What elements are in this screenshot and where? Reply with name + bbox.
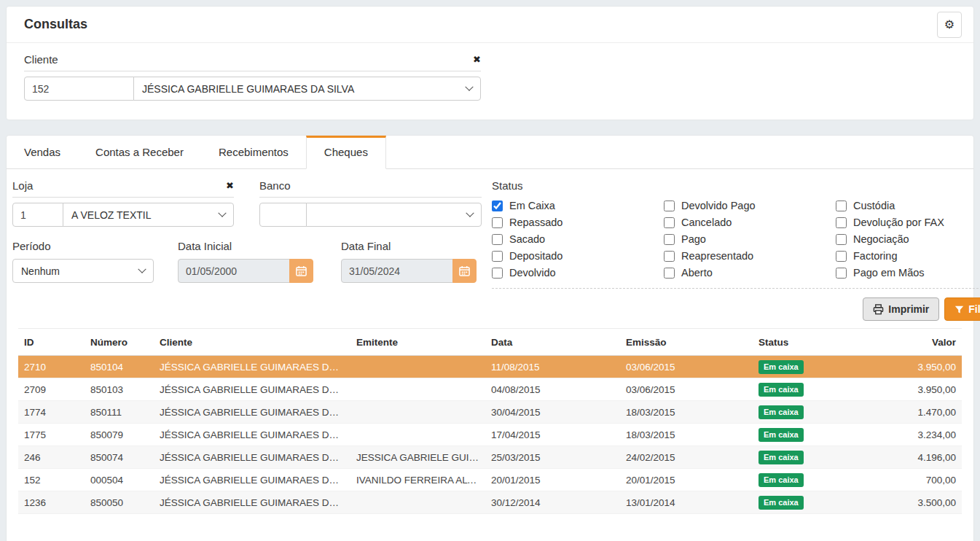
status-checkbox-item[interactable]: Sacado — [492, 233, 664, 245]
cell-id: 1774 — [18, 401, 85, 424]
status-checkbox[interactable] — [492, 234, 503, 245]
cell-status: Em caixa — [753, 401, 850, 424]
banco-code-input[interactable] — [259, 203, 307, 227]
cell-emissao: 03/06/2015 — [620, 356, 753, 378]
column-header-cliente: Cliente — [154, 329, 350, 356]
cell-valor: 3.500,00 — [850, 491, 962, 514]
cell-valor: 3.950,00 — [850, 378, 962, 401]
cliente-name-select[interactable]: JÉSSICA GABRIELLE GUIMARAES DA SILVA — [133, 77, 481, 101]
status-divider — [492, 288, 980, 289]
cell-data: 04/08/2015 — [485, 378, 620, 401]
settings-button[interactable]: ⚙ — [937, 12, 962, 38]
data-inicial-calendar-button[interactable] — [289, 259, 313, 283]
status-checkbox-item[interactable]: Pago — [664, 233, 836, 245]
status-checkbox-item[interactable]: Devolvido — [492, 267, 664, 279]
filter-row-2: Período Nenhum Data Inicial — [12, 240, 482, 283]
status-checkbox[interactable] — [836, 217, 847, 228]
cell-emitente — [350, 491, 485, 514]
status-checkbox-item[interactable]: Depositado — [492, 250, 664, 262]
status-checkbox[interactable] — [836, 234, 847, 245]
status-checkbox[interactable] — [836, 268, 847, 279]
panel-body: Cliente ✖ JÉSSICA GABRIELLE GUIMARAES DA… — [7, 43, 973, 120]
status-checkbox-item[interactable]: Negociação — [836, 233, 980, 245]
status-column: Em Caixa Repassado Sacado Depositado Dev… — [492, 200, 664, 279]
status-checkbox-label: Sacado — [509, 233, 545, 245]
cell-emitente: JESSICA GABRIELE GUIMARA... — [350, 446, 485, 469]
cliente-clear-icon[interactable]: ✖ — [473, 55, 481, 64]
table-row[interactable]: 1236 850050 JÉSSICA GABRIELLE GUIMARAES … — [18, 491, 962, 514]
table-row[interactable]: 2710 850104 JÉSSICA GABRIELLE GUIMARAES … — [18, 356, 962, 378]
status-checkbox-label: Reapresentado — [681, 250, 753, 262]
cell-id: 2709 — [18, 378, 85, 401]
imprimir-button[interactable]: Imprimir — [863, 297, 939, 321]
page-title: Consultas — [24, 17, 87, 32]
data-final-input[interactable] — [341, 259, 453, 283]
periodo-label: Período — [12, 240, 154, 252]
status-checkbox[interactable] — [836, 201, 847, 211]
cell-valor: 700,00 — [850, 469, 962, 491]
column-header-emissão: Emissão — [620, 329, 753, 356]
filter-area: Loja ✖ A VELOZ TEXTIL — [12, 179, 968, 321]
tab-vendas[interactable]: Vendas — [7, 136, 78, 169]
cliente-code-input[interactable] — [24, 77, 134, 101]
table-row[interactable]: 246 850074 JÉSSICA GABRIELLE GUIMARAES D… — [18, 446, 962, 469]
cell-cliente: JÉSSICA GABRIELLE GUIMARAES DA SILVA — [154, 356, 350, 378]
table-row[interactable]: 152 000504 JÉSSICA GABRIELLE GUIMARAES D… — [18, 469, 962, 491]
status-checkbox-label: Pago em Mãos — [853, 267, 925, 279]
status-checkbox-item[interactable]: Em Caixa — [492, 200, 664, 211]
status-badge: Em caixa — [758, 451, 804, 464]
data-inicial-input[interactable] — [178, 259, 290, 283]
tab-cheques[interactable]: Cheques — [306, 136, 386, 169]
status-checkbox-item[interactable]: Reapresentado — [664, 250, 836, 262]
table-row[interactable]: 1775 850079 JÉSSICA GABRIELLE GUIMARAES … — [18, 424, 962, 446]
tab-recebimentos[interactable]: Recebimentos — [201, 136, 306, 169]
status-checkbox[interactable] — [664, 201, 675, 211]
status-checkbox[interactable] — [492, 268, 503, 279]
loja-clear-icon[interactable]: ✖ — [226, 181, 234, 190]
status-checkbox-item[interactable]: Cancelado — [664, 217, 836, 228]
status-checkbox-label: Devolvido — [509, 267, 556, 279]
status-checkbox[interactable] — [664, 251, 675, 262]
cell-id: 2710 — [18, 356, 85, 378]
status-checkbox-item[interactable]: Pago em Mãos — [836, 267, 980, 279]
status-checkbox-item[interactable]: Devolvido Pago — [664, 200, 836, 211]
loja-code-input[interactable] — [12, 203, 63, 227]
status-checkbox[interactable] — [664, 234, 675, 245]
cell-emissao: 03/06/2015 — [620, 378, 753, 401]
cell-valor: 1.470,00 — [850, 401, 962, 424]
table-row[interactable]: 1774 850111 JÉSSICA GABRIELLE GUIMARAES … — [18, 401, 962, 424]
status-checkbox[interactable] — [492, 217, 503, 228]
cell-emitente — [350, 424, 485, 446]
tab-label: Contas a Receber — [95, 146, 184, 158]
tab-contas-a-receber[interactable]: Contas a Receber — [78, 136, 201, 169]
tab-bar: VendasContas a ReceberRecebimentosCheque… — [7, 136, 973, 169]
status-checkbox-item[interactable]: Custódia — [836, 200, 980, 211]
status-checkbox[interactable] — [492, 251, 503, 262]
cell-id: 246 — [18, 446, 85, 469]
cliente-label: Cliente — [24, 53, 58, 66]
data-final-field-group: Data Final — [341, 240, 477, 283]
periodo-select[interactable]: Nenhum — [12, 259, 154, 283]
status-checkbox[interactable] — [664, 268, 675, 279]
loja-name-select[interactable]: A VELOZ TEXTIL — [63, 203, 234, 227]
cell-status: Em caixa — [753, 446, 850, 469]
status-label: Status — [492, 179, 980, 192]
status-checkbox[interactable] — [664, 217, 675, 228]
status-checkbox[interactable] — [836, 251, 847, 262]
status-checkbox-item[interactable]: Devolução por FAX — [836, 217, 980, 228]
status-checkbox-item[interactable]: Aberto — [664, 267, 836, 279]
data-inicial-label: Data Inicial — [178, 240, 314, 252]
status-checkbox-item[interactable]: Repassado — [492, 217, 664, 228]
status-checkbox-item[interactable]: Factoring — [836, 250, 980, 262]
cell-id: 152 — [18, 469, 85, 491]
cell-emitente: IVANILDO FERREIRA ALVES FI... — [350, 469, 485, 491]
banco-name-select[interactable] — [306, 203, 482, 227]
status-badge: Em caixa — [758, 496, 804, 510]
table-row[interactable]: 2709 850103 JÉSSICA GABRIELLE GUIMARAES … — [18, 378, 962, 401]
status-checkbox[interactable] — [492, 201, 503, 211]
data-final-calendar-button[interactable] — [452, 259, 477, 283]
filtrar-button[interactable]: Filtrar — [944, 297, 980, 321]
column-header-data: Data — [485, 329, 620, 356]
cell-cliente: JÉSSICA GABRIELLE GUIMARAES DA SILVA — [154, 424, 350, 446]
status-checkbox-label: Custódia — [853, 200, 895, 211]
